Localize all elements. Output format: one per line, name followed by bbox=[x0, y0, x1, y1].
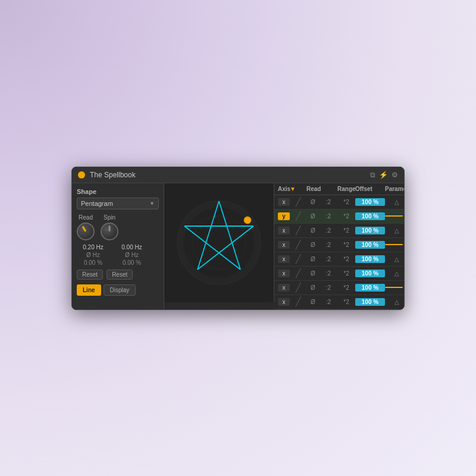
row-slash-icon: ╱ bbox=[290, 211, 306, 221]
freq-unit-row: Ø Hz Ø Hz bbox=[77, 252, 159, 258]
read-label: Read bbox=[79, 214, 93, 221]
row-axis: x bbox=[278, 298, 290, 306]
row-colon2: :2 bbox=[320, 199, 337, 205]
row-axis: x bbox=[278, 255, 290, 263]
th-axis: Axis bbox=[278, 186, 290, 192]
line-mode-button[interactable]: Line bbox=[77, 284, 101, 296]
row-phi: Ø bbox=[306, 213, 320, 220]
row-axis: x bbox=[278, 227, 290, 234]
read-knob-group: Read bbox=[77, 214, 95, 240]
lightning-icon[interactable]: ⚡ bbox=[379, 171, 388, 179]
spin-knob-group: Spin bbox=[101, 214, 118, 240]
row-range: 100 % bbox=[355, 255, 385, 263]
row-star2: *2 bbox=[337, 256, 355, 262]
reset-spin-button[interactable]: Reset bbox=[107, 270, 133, 280]
settings-icon[interactable]: ⚙ bbox=[392, 171, 398, 179]
row-range: 100 % bbox=[355, 298, 385, 306]
read-knob[interactable] bbox=[77, 223, 95, 240]
row-star2: *2 bbox=[337, 270, 355, 277]
row-colon2: :2 bbox=[320, 227, 337, 234]
left-panel: Shape Pentagram ▼ Read Spin 0.20 Hz 0.00… bbox=[72, 183, 164, 309]
row-range: 100 % bbox=[355, 227, 385, 234]
spin-knob[interactable] bbox=[101, 223, 118, 240]
row-colon2: :2 bbox=[320, 270, 337, 277]
right-panel: Axis ▼ Read Range Offset Parameter x ╱ Ø… bbox=[274, 183, 404, 309]
table-row: y ╱ Ø :2 *2 100 % △ Map + bbox=[274, 209, 404, 224]
row-phi: Ø bbox=[306, 256, 320, 262]
row-slash-icon: ╱ bbox=[290, 283, 306, 292]
table-row: x ╱ Ø :2 *2 100 % △ Map + bbox=[274, 281, 404, 295]
row-star2: *2 bbox=[337, 242, 355, 248]
window-title: The Spellbook bbox=[90, 171, 136, 179]
table-row: x ╱ Ø :2 *2 100 % △ Map + bbox=[274, 252, 404, 267]
spin-unit: Ø Hz bbox=[115, 252, 148, 258]
plugin-window: The Spellbook ⧉ ⚡ ⚙ Shape Pentagram ▼ Re… bbox=[71, 167, 405, 310]
table-header: Axis ▼ Read Range Offset Parameter bbox=[274, 183, 404, 195]
table-row: x ╱ Ø :2 *2 100 % △ Map + bbox=[274, 238, 404, 252]
canvas-svg bbox=[164, 183, 274, 302]
row-phi: Ø bbox=[306, 270, 320, 277]
row-range: 100 % bbox=[355, 284, 385, 292]
row-slash-icon: ╱ bbox=[290, 240, 306, 249]
svg-point-2 bbox=[207, 231, 231, 255]
row-axis: x bbox=[278, 270, 290, 277]
read-phase: 0.00 % bbox=[77, 259, 109, 266]
row-phi: Ø bbox=[306, 242, 320, 248]
row-slash-icon: ╱ bbox=[290, 297, 306, 306]
phase-row: 0.00 % 0.00 % bbox=[77, 259, 159, 266]
display-mode-button[interactable]: Display bbox=[104, 284, 136, 296]
table-rows: x ╱ Ø :2 *2 100 % △ Map + y ╱ Ø :2 *2 10… bbox=[274, 195, 404, 309]
title-icons: ⧉ ⚡ ⚙ bbox=[370, 171, 398, 179]
row-star2: *2 bbox=[337, 299, 355, 305]
title-left: The Spellbook bbox=[78, 171, 136, 179]
table-row: x ╱ Ø :2 *2 100 % △ Map + bbox=[274, 224, 404, 238]
row-star2: *2 bbox=[337, 199, 355, 205]
spin-hz-value: 0.00 Hz bbox=[115, 244, 148, 250]
row-range: 100 % bbox=[355, 198, 385, 206]
row-star2: *2 bbox=[337, 213, 355, 220]
reset-row: Reset Reset bbox=[77, 270, 159, 280]
row-slash-icon: ╱ bbox=[290, 254, 306, 264]
canvas-area bbox=[164, 183, 274, 302]
row-colon2: :2 bbox=[320, 284, 337, 291]
row-colon2: :2 bbox=[320, 299, 337, 305]
shape-label: Shape bbox=[77, 188, 159, 195]
row-phi: Ø bbox=[306, 227, 320, 234]
th-sort-icon: ▼ bbox=[290, 186, 306, 192]
table-row: x ╱ Ø :2 *2 100 % △ Map + bbox=[274, 195, 404, 209]
row-range: 100 % bbox=[355, 212, 385, 220]
row-star2: *2 bbox=[337, 284, 355, 291]
row-axis: x bbox=[278, 284, 290, 292]
freq-value-row: 0.20 Hz 0.00 Hz bbox=[77, 244, 159, 250]
row-phi: Ø bbox=[306, 299, 320, 305]
svg-point-8 bbox=[244, 217, 251, 224]
table-row: x ╱ Ø :2 *2 100 % △ Map + bbox=[274, 267, 404, 281]
row-colon2: :2 bbox=[320, 242, 337, 248]
th-range: Range bbox=[337, 186, 355, 192]
spin-phase: 0.00 % bbox=[115, 259, 148, 266]
row-colon2: :2 bbox=[320, 213, 337, 220]
title-dot bbox=[78, 171, 85, 178]
copy-icon[interactable]: ⧉ bbox=[370, 171, 375, 179]
spin-label: Spin bbox=[104, 214, 115, 221]
row-slash-icon: ╱ bbox=[290, 226, 306, 235]
th-parameter: Parameter bbox=[385, 186, 404, 192]
row-slash-icon: ╱ bbox=[290, 197, 306, 206]
mode-row: Line Display bbox=[77, 284, 159, 296]
table-row: x ╱ Ø :2 *2 100 % △ Map + bbox=[274, 295, 404, 309]
read-spin-row: Read Spin bbox=[77, 214, 159, 240]
row-phi: Ø bbox=[306, 284, 320, 291]
title-bar: The Spellbook ⧉ ⚡ ⚙ bbox=[72, 167, 404, 183]
shape-dropdown[interactable]: Pentagram ▼ bbox=[77, 198, 159, 209]
row-range: 100 % bbox=[355, 241, 385, 249]
dropdown-arrow-icon: ▼ bbox=[149, 201, 155, 206]
main-content: Shape Pentagram ▼ Read Spin 0.20 Hz 0.00… bbox=[72, 183, 404, 309]
read-unit: Ø Hz bbox=[77, 252, 109, 258]
row-colon2: :2 bbox=[320, 256, 337, 262]
row-slash-icon: ╱ bbox=[290, 268, 306, 278]
read-hz-value: 0.20 Hz bbox=[77, 244, 109, 250]
reset-read-button[interactable]: Reset bbox=[77, 270, 103, 280]
th-offset: Offset bbox=[355, 186, 385, 192]
row-star2: *2 bbox=[337, 227, 355, 234]
shape-value: Pentagram bbox=[81, 200, 113, 207]
